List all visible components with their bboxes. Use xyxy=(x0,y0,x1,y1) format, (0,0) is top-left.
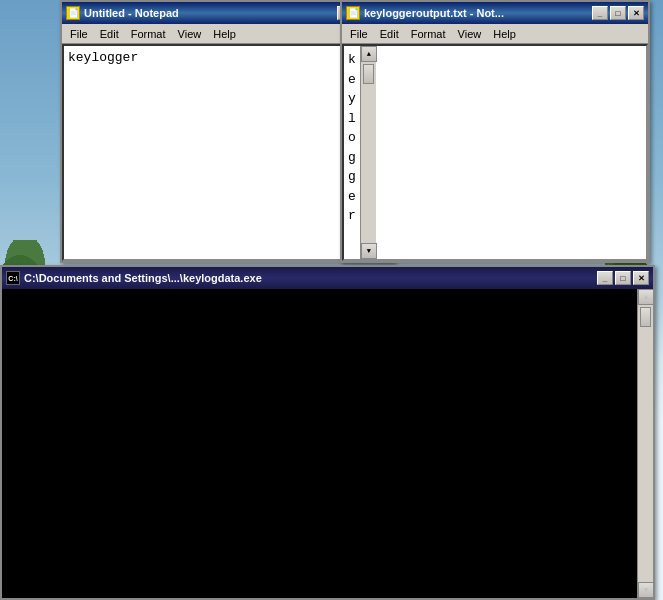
notepad2-maximize-button[interactable]: □ xyxy=(610,6,626,20)
notepad2-menu-file[interactable]: File xyxy=(344,26,374,42)
notepad1-menu-view[interactable]: View xyxy=(172,26,208,42)
notepad1-content[interactable]: keylogger xyxy=(64,46,375,259)
desktop: 📄 Untitled - Notepad _ □ ✕ File Edit For… xyxy=(0,0,663,600)
cmd-minimize-button[interactable]: _ xyxy=(597,271,613,285)
notepad-window-2: 📄 keyloggeroutput.txt - Not... _ □ ✕ Fil… xyxy=(340,0,650,263)
notepad2-title: keyloggeroutput.txt - Not... xyxy=(364,7,592,19)
notepad2-close-button[interactable]: ✕ xyxy=(628,6,644,20)
notepad2-scroll-up[interactable]: ▲ xyxy=(361,46,377,62)
notepad1-icon: 📄 xyxy=(66,6,80,20)
notepad2-scroll-down[interactable]: ▼ xyxy=(361,243,377,259)
notepad2-scroll-track[interactable] xyxy=(361,62,376,243)
cmd-title: C:\Documents and Settings\...\keylogdata… xyxy=(24,272,597,284)
cmd-maximize-button[interactable]: □ xyxy=(615,271,631,285)
notepad2-icon: 📄 xyxy=(346,6,360,20)
cmd-window: C:\ C:\Documents and Settings\...\keylog… xyxy=(0,265,655,600)
notepad2-menu-bar: File Edit Format View Help xyxy=(342,24,648,44)
cmd-title-bar[interactable]: C:\ C:\Documents and Settings\...\keylog… xyxy=(2,267,653,289)
notepad1-menu-edit[interactable]: Edit xyxy=(94,26,125,42)
notepad2-menu-view[interactable]: View xyxy=(452,26,488,42)
notepad2-menu-help[interactable]: Help xyxy=(487,26,522,42)
cmd-scroll-up[interactable]: ▲ xyxy=(638,289,654,305)
notepad1-menu-file[interactable]: File xyxy=(64,26,94,42)
notepad2-scrollbar[interactable]: ▲ ▼ xyxy=(360,46,376,259)
notepad1-menu-help[interactable]: Help xyxy=(207,26,242,42)
notepad2-title-bar[interactable]: 📄 keyloggeroutput.txt - Not... _ □ ✕ xyxy=(342,2,648,24)
notepad2-content[interactable]: k e y l o g g e r xyxy=(344,46,360,259)
cmd-icon: C:\ xyxy=(6,271,20,285)
cmd-scrollbar[interactable]: ▲ ▼ xyxy=(637,289,653,598)
notepad2-window-controls: _ □ ✕ xyxy=(592,6,644,20)
notepad1-title: Untitled - Notepad xyxy=(84,7,337,19)
notepad2-menu-edit[interactable]: Edit xyxy=(374,26,405,42)
cmd-close-button[interactable]: ✕ xyxy=(633,271,649,285)
cmd-scroll-thumb[interactable] xyxy=(640,307,651,327)
cmd-content[interactable]: ▲ ▼ xyxy=(2,289,653,598)
cmd-scroll-track[interactable] xyxy=(638,305,653,582)
cmd-window-controls: _ □ ✕ xyxy=(597,271,649,285)
notepad2-text-area[interactable]: k e y l o g g e r ▲ ▼ xyxy=(342,44,648,261)
notepad1-menu-format[interactable]: Format xyxy=(125,26,172,42)
notepad2-minimize-button[interactable]: _ xyxy=(592,6,608,20)
cmd-scroll-down[interactable]: ▼ xyxy=(638,582,654,598)
notepad2-menu-format[interactable]: Format xyxy=(405,26,452,42)
notepad2-scroll-thumb[interactable] xyxy=(363,64,374,84)
